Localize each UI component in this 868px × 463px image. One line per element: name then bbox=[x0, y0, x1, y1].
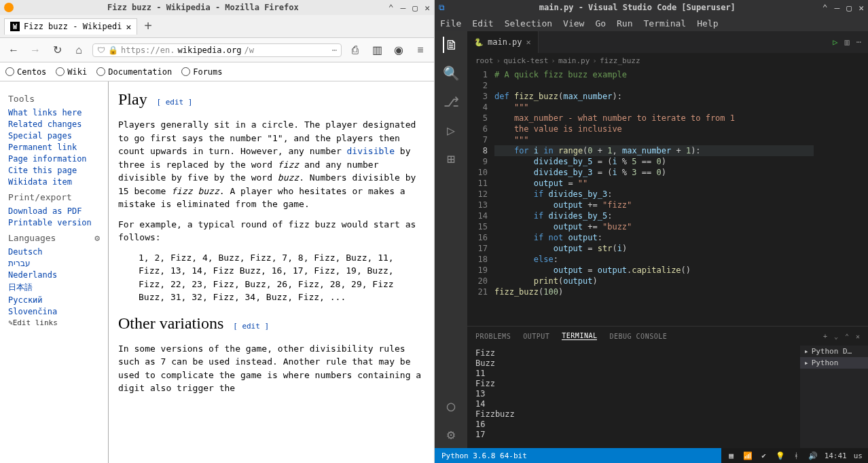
panel-tab-debug-console[interactable]: DEBUG CONSOLE bbox=[609, 333, 667, 340]
more-actions-icon[interactable]: ⋯ bbox=[856, 37, 861, 47]
languages-header: Languages ⚙ bbox=[8, 233, 100, 243]
source-control-icon[interactable]: ⎇ bbox=[443, 94, 459, 110]
paragraph: Players generally sit in a circle. The p… bbox=[118, 118, 424, 211]
panel-tab-terminal[interactable]: TERMINAL bbox=[562, 332, 597, 340]
python-file-icon: 🐍 bbox=[474, 38, 484, 47]
url-suffix: /w bbox=[244, 45, 253, 55]
tray-icon[interactable]: ▦ bbox=[727, 451, 736, 460]
new-terminal-icon[interactable]: + bbox=[823, 333, 827, 340]
sidebar-icon[interactable]: ▥ bbox=[369, 42, 385, 58]
expand-icon[interactable]: ⌃ bbox=[388, 3, 394, 13]
breadcrumb-segment[interactable]: main.py bbox=[558, 56, 590, 65]
sidebar-language-link[interactable]: Slovenčina bbox=[8, 307, 100, 316]
gear-icon[interactable]: ⚙ bbox=[94, 233, 100, 243]
close-icon[interactable]: ✕ bbox=[424, 3, 430, 13]
bluetooth-icon[interactable]: ᚼ bbox=[792, 451, 801, 460]
edit-links[interactable]: ✎Edit links bbox=[8, 318, 100, 327]
close-panel-icon[interactable]: ✕ bbox=[856, 333, 860, 340]
terminal-session[interactable]: ▸ Python D… bbox=[800, 346, 868, 357]
sidebar-tool-link[interactable]: Permanent link bbox=[8, 143, 100, 152]
sidebar-tool-link[interactable]: Related changes bbox=[8, 119, 100, 129]
divisible-link[interactable]: divisible bbox=[347, 146, 395, 156]
menu-run[interactable]: Run bbox=[617, 18, 632, 29]
bookmark-item[interactable]: Wiki bbox=[56, 67, 87, 77]
reload-button[interactable]: ↻ bbox=[49, 42, 65, 58]
sidebar-language-link[interactable]: 日本語 bbox=[8, 282, 100, 293]
sidebar-language-link[interactable]: עברית bbox=[8, 259, 100, 268]
explorer-icon[interactable]: 🗎 bbox=[443, 37, 459, 53]
forward-button[interactable]: → bbox=[27, 42, 43, 58]
bookmark-item[interactable]: Documentation bbox=[96, 67, 172, 77]
menu-edit[interactable]: Edit bbox=[472, 18, 493, 29]
menu-file[interactable]: File bbox=[440, 18, 461, 29]
chevron-right-icon: › bbox=[551, 56, 556, 65]
sidebar-tool-link[interactable]: Cite this page bbox=[8, 166, 100, 175]
page-actions-icon[interactable]: ⋯ bbox=[332, 45, 337, 55]
sidebar-tool-link[interactable]: Special pages bbox=[8, 131, 100, 141]
sidebar-language-link[interactable]: Nederlands bbox=[8, 270, 100, 280]
search-icon[interactable]: 🔍 bbox=[443, 65, 459, 81]
code-editor[interactable]: 123456789101112131415161718192021 # A qu… bbox=[467, 68, 868, 326]
account-icon[interactable]: ◉ bbox=[391, 42, 407, 58]
firefox-tab[interactable]: W Fizz buzz - Wikipedi ✕ bbox=[4, 18, 137, 35]
editor-tab-main-py[interactable]: 🐍 main.py ✕ bbox=[467, 31, 539, 53]
new-tab-button[interactable]: + bbox=[144, 18, 152, 34]
accounts-icon[interactable]: ◯ bbox=[443, 398, 459, 414]
run-debug-icon[interactable]: ▷ bbox=[443, 122, 459, 138]
library-icon[interactable]: ⎙ bbox=[347, 42, 363, 58]
minimize-icon[interactable]: — bbox=[401, 3, 406, 13]
maximize-icon[interactable]: ▢ bbox=[412, 3, 418, 13]
expand-icon[interactable]: ⌃ bbox=[822, 3, 828, 13]
menu-help[interactable]: Help bbox=[697, 18, 718, 29]
tab-close-icon[interactable]: ✕ bbox=[526, 37, 531, 47]
clock[interactable]: 14:41 bbox=[825, 451, 847, 460]
home-button[interactable]: ⌂ bbox=[71, 42, 87, 58]
terminal-line: 13 bbox=[475, 389, 792, 399]
menu-icon[interactable]: ≡ bbox=[412, 42, 429, 58]
url-bar[interactable]: 🛡 🔒 https://en.wikipedia.org/w ⋯ bbox=[92, 43, 342, 57]
close-icon[interactable]: ✕ bbox=[858, 3, 864, 13]
extensions-icon[interactable]: ⊞ bbox=[443, 151, 459, 167]
minimap[interactable] bbox=[814, 68, 868, 326]
sidebar-language-link[interactable]: Deutsch bbox=[8, 247, 100, 257]
check-icon[interactable]: ✔ bbox=[759, 451, 769, 460]
maximize-icon[interactable]: ▢ bbox=[846, 3, 852, 13]
menu-terminal[interactable]: Terminal bbox=[644, 18, 687, 29]
split-editor-icon[interactable]: ▥ bbox=[845, 37, 850, 47]
breadcrumb-segment[interactable]: fizz_buzz bbox=[600, 56, 640, 65]
bulb-icon[interactable]: 💡 bbox=[776, 451, 785, 460]
wifi-icon[interactable]: 📶 bbox=[743, 451, 753, 460]
volume-icon[interactable]: 🔊 bbox=[808, 451, 818, 460]
section-edit-link[interactable]: [ edit ] bbox=[157, 98, 193, 107]
menu-view[interactable]: View bbox=[563, 18, 584, 29]
chevron-down-icon[interactable]: ⌄ bbox=[834, 333, 838, 340]
sidebar-tool-link[interactable]: Wikidata item bbox=[8, 177, 100, 187]
sidebar-print-link[interactable]: Download as PDF bbox=[8, 206, 100, 216]
keyboard-layout[interactable]: us bbox=[854, 451, 863, 460]
menu-selection[interactable]: Selection bbox=[505, 18, 552, 29]
menu-go[interactable]: Go bbox=[595, 18, 606, 29]
section-edit-link[interactable]: [ edit ] bbox=[233, 322, 269, 331]
minimize-icon[interactable]: — bbox=[835, 3, 840, 13]
settings-icon[interactable]: ⚙ bbox=[443, 426, 459, 443]
status-python[interactable]: Python 3.6.8 64-bit bbox=[441, 451, 527, 460]
bookmark-item[interactable]: Centos bbox=[5, 67, 46, 77]
breadcrumb-segment[interactable]: root bbox=[475, 56, 494, 65]
tab-close-icon[interactable]: ✕ bbox=[126, 22, 132, 32]
back-button[interactable]: ← bbox=[5, 42, 22, 58]
bookmark-item[interactable]: Forums bbox=[181, 67, 222, 77]
sidebar-print-link[interactable]: Printable version bbox=[8, 218, 100, 227]
breadcrumb[interactable]: root›quick-test›main.py›fizz_buzz bbox=[467, 53, 868, 68]
maximize-panel-icon[interactable]: ⌃ bbox=[845, 333, 849, 340]
panel-tab-problems[interactable]: PROBLEMS bbox=[475, 333, 511, 340]
code-area[interactable]: # A quick fizz buzz example def fizz_buz… bbox=[494, 68, 814, 326]
paragraph: For example, a typical round of fizz buz… bbox=[118, 218, 424, 244]
sidebar-tool-link[interactable]: What links here bbox=[8, 108, 100, 117]
run-button[interactable]: ▷ bbox=[833, 37, 837, 47]
terminal-output[interactable]: FizzBuzz11Fizz1314Fizzbuzz1617 bbox=[467, 346, 800, 448]
panel-tab-output[interactable]: OUTPUT bbox=[523, 333, 549, 340]
sidebar-tool-link[interactable]: Page information bbox=[8, 154, 100, 164]
sidebar-language-link[interactable]: Русский bbox=[8, 295, 100, 305]
terminal-session[interactable]: ▸ Python bbox=[800, 357, 868, 369]
breadcrumb-segment[interactable]: quick-test bbox=[503, 56, 548, 65]
